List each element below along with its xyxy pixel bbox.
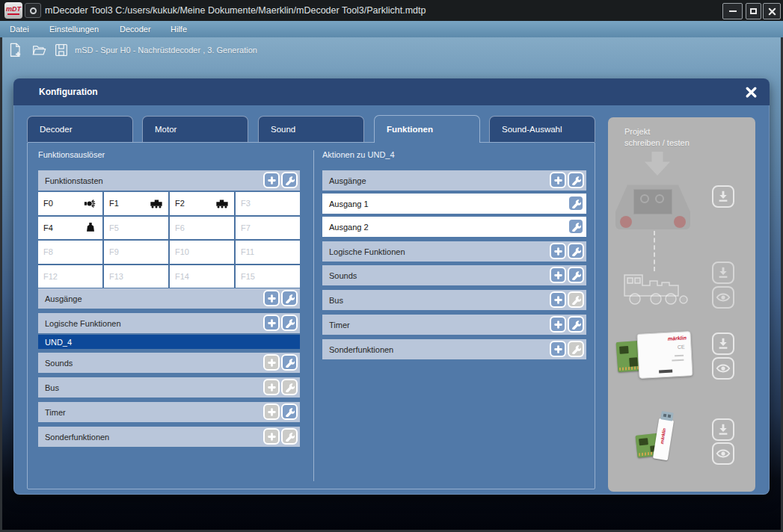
function-key-f10[interactable]: F10: [170, 241, 234, 264]
usb-slot: [668, 415, 672, 418]
configure-button[interactable]: [568, 316, 584, 332]
download-icon: [716, 423, 730, 436]
function-key-f4[interactable]: F4: [38, 217, 102, 240]
dialog-close-button[interactable]: [743, 84, 759, 100]
action-sonderfunktionen[interactable]: Sonderfunktionen: [322, 339, 586, 359]
plus-icon: [267, 318, 277, 328]
menu-decoder[interactable]: Decoder: [120, 21, 151, 37]
window-close-button[interactable]: [763, 3, 781, 19]
maximize-button[interactable]: [746, 3, 761, 19]
selected-item-und4[interactable]: UND_4: [38, 335, 300, 349]
funktionstasten-header[interactable]: Funktionstasten: [38, 170, 300, 191]
configure-button[interactable]: [281, 315, 298, 331]
configure-button[interactable]: [568, 341, 584, 357]
configure-button[interactable]: [281, 379, 298, 395]
section-timer[interactable]: Timer: [38, 402, 300, 422]
function-key-f0[interactable]: F0: [38, 192, 102, 215]
function-key-f14[interactable]: F14: [170, 265, 234, 288]
add-button[interactable]: [550, 341, 566, 357]
function-key-f15[interactable]: F15: [236, 265, 300, 288]
menu-einstellungen[interactable]: Einstellungen: [49, 21, 99, 37]
function-key-label: F15: [241, 272, 255, 281]
configure-button[interactable]: [281, 354, 298, 371]
section-sounds[interactable]: Sounds: [38, 353, 300, 373]
menu-datei[interactable]: Datei: [10, 21, 29, 37]
menu-hilfe[interactable]: Hilfe: [171, 21, 187, 37]
function-key-f7[interactable]: F7: [236, 217, 300, 240]
function-key-f6[interactable]: F6: [170, 217, 234, 240]
view-usb-stick-button[interactable]: [712, 442, 734, 465]
tab-label: Sound-Auswahl: [502, 125, 562, 134]
function-key-f2[interactable]: F2: [170, 192, 234, 215]
view-programmer-button[interactable]: [712, 357, 734, 380]
view-locomotive-button[interactable]: [712, 286, 734, 309]
write-to-locomotive-button[interactable]: [712, 262, 734, 284]
tab-funktionen[interactable]: Funktionen: [374, 115, 480, 143]
configure-button[interactable]: [281, 428, 298, 445]
section-ausgaenge[interactable]: Ausgänge: [38, 288, 300, 309]
download-icon: [716, 190, 730, 203]
add-button[interactable]: [263, 403, 280, 420]
function-key-f5[interactable]: F5: [104, 217, 168, 240]
action-timer[interactable]: Timer: [322, 315, 586, 335]
minimize-button[interactable]: [722, 3, 743, 19]
funktionen-tab-panel: Funktionsauslöser Funktionstasten F0: [27, 142, 595, 489]
function-key-f11[interactable]: F11: [236, 241, 300, 264]
function-key-f12[interactable]: F12: [38, 265, 102, 288]
plus-icon: [553, 344, 563, 354]
write-to-central-station-button[interactable]: [712, 185, 734, 208]
plus-icon: [267, 176, 277, 185]
function-key-f8[interactable]: F8: [38, 241, 102, 264]
tab-decoder[interactable]: Decoder: [27, 116, 133, 142]
add-button[interactable]: [263, 290, 280, 306]
configure-button[interactable]: [568, 267, 584, 283]
wrench-icon: [571, 320, 581, 330]
section-label: Timer: [45, 408, 66, 417]
tab-sound[interactable]: Sound: [258, 116, 364, 142]
add-button[interactable]: [550, 291, 566, 308]
action-ausgaenge[interactable]: Ausgänge: [322, 170, 586, 191]
configure-button[interactable]: [568, 172, 584, 188]
add-button[interactable]: [550, 267, 566, 283]
control-knob: [674, 216, 686, 228]
open-folder-icon: [31, 42, 47, 58]
window-system-menu-icon[interactable]: [25, 3, 41, 18]
configure-button[interactable]: [568, 195, 584, 211]
open-file-button[interactable]: [30, 41, 48, 59]
add-button[interactable]: [550, 243, 566, 259]
section-bus[interactable]: Bus: [38, 377, 300, 398]
new-file-button[interactable]: [6, 41, 24, 59]
action-ausgang-2[interactable]: Ausgang 2: [322, 217, 586, 237]
add-button[interactable]: [263, 354, 280, 371]
configure-button[interactable]: [568, 291, 584, 308]
tab-sound-auswahl[interactable]: Sound-Auswahl: [489, 116, 595, 142]
configure-button[interactable]: [281, 290, 298, 306]
function-key-f13[interactable]: F13: [104, 265, 168, 288]
function-key-label: F0: [43, 199, 53, 208]
configure-button[interactable]: [568, 218, 584, 235]
configure-button[interactable]: [281, 172, 298, 188]
write-to-usb-stick-button[interactable]: [712, 418, 734, 441]
add-button[interactable]: [263, 428, 280, 445]
project-sidebar: Projekt schreiben / testen: [608, 117, 755, 492]
function-key-f9[interactable]: F9: [104, 241, 168, 264]
tab-motor[interactable]: Motor: [142, 116, 248, 142]
function-key-f1[interactable]: F1: [104, 192, 168, 215]
action-bus[interactable]: Bus: [322, 290, 586, 310]
action-ausgang-1[interactable]: Ausgang 1: [322, 194, 586, 214]
add-button[interactable]: [550, 316, 566, 332]
add-button[interactable]: [550, 172, 566, 188]
add-button[interactable]: [263, 315, 280, 331]
function-key-f3[interactable]: F3: [236, 192, 300, 215]
action-sounds[interactable]: Sounds: [322, 265, 586, 285]
action-logische-funktionen[interactable]: Logische Funktionen: [322, 241, 586, 262]
configure-button[interactable]: [281, 403, 298, 420]
add-button[interactable]: [263, 172, 280, 188]
add-button[interactable]: [263, 379, 280, 395]
configure-button[interactable]: [568, 243, 584, 259]
section-logische-funktionen[interactable]: Logische Funktionen: [38, 313, 300, 333]
section-sonderfunktionen[interactable]: Sonderfunktionen: [38, 427, 300, 447]
save-file-button[interactable]: [52, 41, 70, 59]
write-with-programmer-button[interactable]: [712, 332, 734, 355]
function-key-label: F3: [241, 199, 251, 208]
